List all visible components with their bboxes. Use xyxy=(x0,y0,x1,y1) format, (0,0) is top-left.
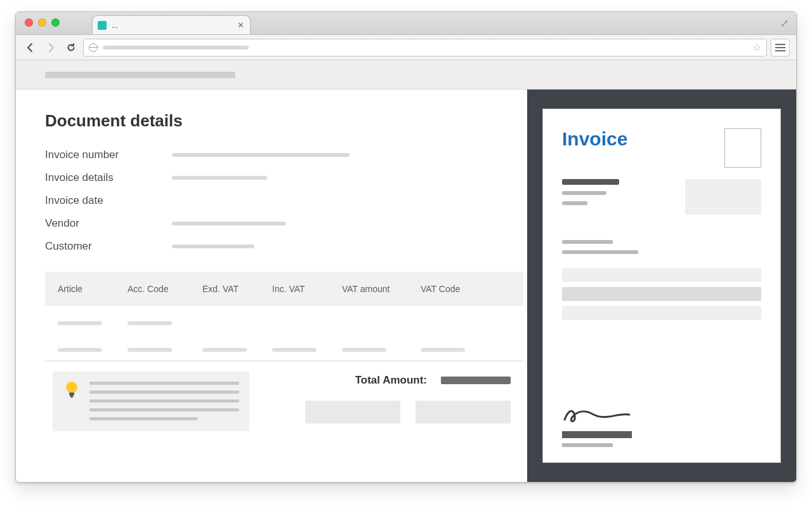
nav-reload-button[interactable] xyxy=(63,39,79,56)
col-article: Article xyxy=(58,284,128,294)
nav-back-button[interactable] xyxy=(22,39,39,56)
invoice-logo-box xyxy=(724,128,761,168)
field-customer: Customer xyxy=(45,240,523,253)
page-body: Document details Invoice number Invoice … xyxy=(16,90,796,482)
field-label: Vendor xyxy=(45,217,172,230)
field-vendor: Vendor xyxy=(45,217,523,230)
col-exd-vat: Exd. VAT xyxy=(202,284,272,294)
field-invoice-details: Invoice details xyxy=(45,171,523,184)
nav-forward-button[interactable] xyxy=(43,39,59,56)
svg-rect-2 xyxy=(70,396,74,398)
browser-toolbar: ☆ xyxy=(16,35,796,60)
field-label: Invoice details xyxy=(45,171,172,184)
field-list: Invoice number Invoice details Invoice d… xyxy=(45,149,523,253)
tab-title: ... xyxy=(112,21,233,30)
url-bar[interactable]: ☆ xyxy=(83,39,767,57)
svg-point-0 xyxy=(66,382,77,393)
window-zoom-button[interactable] xyxy=(51,18,60,27)
svg-rect-1 xyxy=(69,392,74,396)
field-value[interactable] xyxy=(172,222,286,225)
table-row xyxy=(45,306,523,334)
browser-menu-button[interactable] xyxy=(771,39,790,57)
field-invoice-number: Invoice number xyxy=(45,149,523,161)
total-amount-row: Total Amount: xyxy=(270,374,511,387)
app-header-placeholder xyxy=(45,72,235,78)
col-vat-amount: VAT amount xyxy=(342,284,421,294)
globe-icon xyxy=(89,43,98,52)
line-items-table: Article Acc. Code Exd. VAT Inc. VAT VAT … xyxy=(45,272,523,431)
col-vat-code: VAT Code xyxy=(421,284,484,294)
table-header: Article Acc. Code Exd. VAT Inc. VAT VAT … xyxy=(45,272,523,306)
invoice-meta-box xyxy=(685,179,761,215)
invoice-heading: Invoice xyxy=(562,128,627,150)
field-label: Invoice number xyxy=(45,149,172,161)
field-label: Invoice date xyxy=(45,194,172,207)
window-close-button[interactable] xyxy=(25,18,33,27)
signature-block xyxy=(562,403,761,447)
field-value[interactable] xyxy=(172,153,350,157)
expand-icon[interactable]: ⤢ xyxy=(780,17,789,29)
document-details-panel: Document details Invoice number Invoice … xyxy=(16,90,527,482)
field-label: Customer xyxy=(45,240,172,253)
document-preview-pane: Invoice xyxy=(527,90,796,482)
footer-row: Total Amount: xyxy=(45,361,523,431)
col-acc-code: Acc. Code xyxy=(128,284,202,294)
app-header xyxy=(16,60,796,90)
browser-window: ... × ⤢ ☆ Document details xyxy=(15,11,797,483)
tab-favicon xyxy=(98,21,107,30)
invoice-document[interactable]: Invoice xyxy=(542,109,781,463)
window-controls xyxy=(25,18,60,27)
tip-box xyxy=(53,371,249,431)
invoice-to-block xyxy=(562,240,761,254)
footer-button-1[interactable] xyxy=(305,401,400,424)
table-totals-row xyxy=(45,334,523,361)
field-invoice-date: Invoice date xyxy=(45,194,523,207)
browser-tab-strip: ... × ⤢ xyxy=(16,12,796,35)
signature-icon xyxy=(562,403,632,426)
footer-button-2[interactable] xyxy=(416,401,511,424)
window-minimize-button[interactable] xyxy=(38,18,46,27)
total-amount-value xyxy=(441,377,511,384)
page-title: Document details xyxy=(45,111,523,131)
lightbulb-icon xyxy=(63,380,81,422)
invoice-from-block xyxy=(562,179,619,215)
field-value[interactable] xyxy=(172,244,254,248)
total-amount-label: Total Amount: xyxy=(355,374,427,387)
browser-tab[interactable]: ... × xyxy=(92,15,251,34)
tip-text xyxy=(89,380,239,422)
bookmark-star-icon[interactable]: ☆ xyxy=(752,41,761,53)
field-value[interactable] xyxy=(172,176,267,180)
tab-close-button[interactable]: × xyxy=(238,20,244,30)
invoice-line-table xyxy=(562,268,761,320)
col-inc-vat: Inc. VAT xyxy=(272,284,342,294)
url-placeholder xyxy=(103,46,249,50)
